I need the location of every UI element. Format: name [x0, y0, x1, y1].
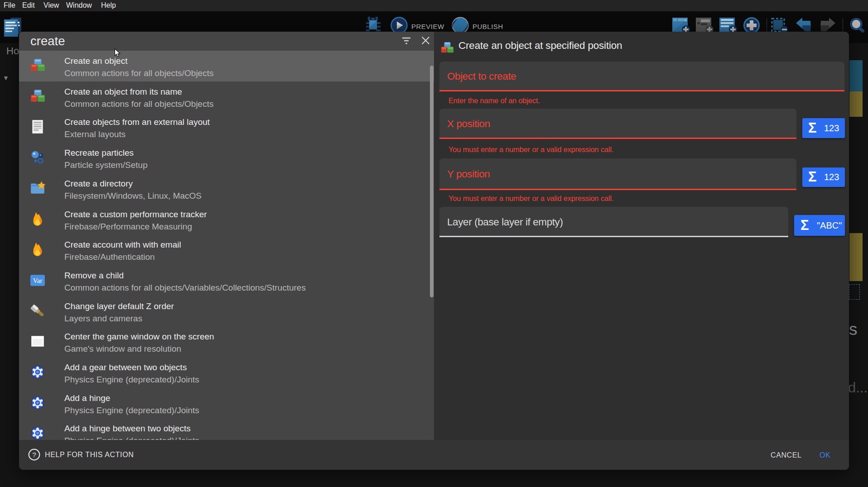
svg-text:?: ?	[32, 451, 36, 458]
